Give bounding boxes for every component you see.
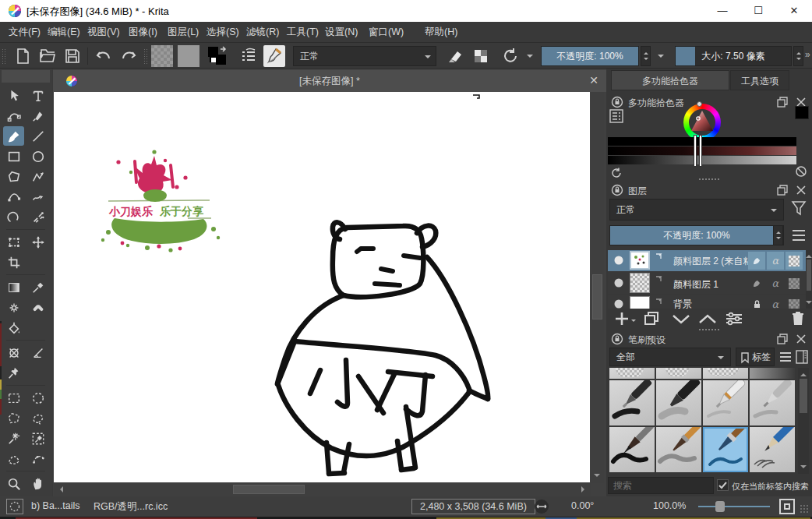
tool-polygon-select[interactable] (3, 408, 24, 428)
layers-scrollbar[interactable] (806, 250, 812, 309)
canvas-hscroll-thumb[interactable] (233, 485, 305, 494)
brushes-docker-lock-icon[interactable] (611, 333, 623, 345)
canvas-vscrollbar[interactable] (591, 92, 604, 483)
open-document-button[interactable] (37, 46, 58, 66)
brush-scrollbar[interactable] (798, 368, 809, 474)
layer2-visibility-icon[interactable] (613, 277, 625, 288)
layer3-thumbnail[interactable] (630, 296, 650, 309)
preserve-alpha-button[interactable] (471, 46, 491, 66)
tool-select-by-color[interactable] (27, 429, 48, 448)
docker-tab-advanced-color[interactable]: 多功能拾色器 (611, 70, 729, 90)
layer3-lock-icon[interactable] (748, 295, 765, 309)
layers-docker-close-icon[interactable] (795, 184, 807, 196)
brush-preset-b1[interactable] (609, 380, 655, 425)
subwindow-close-icon[interactable]: ✕ (589, 74, 598, 86)
no-color-icon[interactable] (795, 165, 807, 178)
selection-display-button[interactable] (6, 499, 23, 514)
search-tag-checkbox[interactable] (717, 479, 729, 491)
brush-preset-c2[interactable] (656, 427, 701, 472)
canvas-vscroll-thumb[interactable] (592, 274, 602, 320)
layer2-thumbnail[interactable] (630, 273, 650, 293)
layer-filter-icon[interactable] (790, 199, 807, 218)
tool-polygon[interactable] (3, 167, 24, 186)
new-document-button[interactable] (12, 46, 33, 66)
brush-filter-dropdown[interactable]: 全部 (609, 348, 731, 366)
tool-bezier-select[interactable] (3, 449, 24, 468)
tool-pattern-edit[interactable] (3, 298, 24, 317)
redo-button[interactable] (118, 46, 139, 66)
status-rotation-angle[interactable]: 0.00° (571, 500, 594, 511)
layer1-inherit-alpha-icon[interactable] (748, 252, 765, 270)
tool-transform[interactable] (3, 232, 24, 252)
minimize-button[interactable]: — (704, 0, 740, 22)
tool-ellipse-select[interactable] (27, 388, 48, 408)
brush-view-menu-icon[interactable] (778, 349, 793, 365)
size-slider[interactable]: 大小: 7.50 像素 (675, 46, 792, 66)
tool-magnetic-select[interactable] (27, 449, 48, 468)
tool-gradient[interactable] (3, 277, 24, 297)
status-color-profile[interactable]: RGB/透明...rc.icc (94, 500, 168, 514)
foreground-background-colors[interactable] (206, 44, 229, 68)
canvas-rotation-icon[interactable] (533, 498, 550, 515)
opacity-slider[interactable]: 不透明度: 100% (541, 46, 639, 66)
gradient-strip-1[interactable] (608, 137, 796, 146)
brush-preset-b4[interactable] (750, 380, 795, 425)
tool-similar-select[interactable] (3, 429, 24, 448)
status-brush-info[interactable]: b) Ba...tails (31, 500, 80, 511)
brush-preset-b2[interactable] (656, 380, 701, 425)
gradient-handle-1[interactable] (694, 136, 696, 166)
tool-freehand-select[interactable] (27, 408, 48, 428)
resize-grip[interactable] (800, 504, 809, 514)
delete-layer-button[interactable] (789, 310, 807, 327)
menu-view[interactable]: 视图(V) (80, 22, 127, 43)
tool-smart-patch[interactable] (27, 298, 48, 317)
maximize-button[interactable]: ☐ (740, 0, 776, 22)
layer2-alpha-lock-icon[interactable]: α (767, 274, 784, 292)
brush-preset-b3[interactable] (703, 380, 748, 425)
menu-help[interactable]: 帮助(H) (418, 22, 464, 43)
tool-calligraphy[interactable] (27, 106, 48, 125)
canvas-hscroll-right-arrow[interactable] (581, 486, 588, 493)
layer3-visibility-icon[interactable] (613, 298, 625, 309)
toolbar-grip[interactable] (2, 48, 6, 64)
brush-preset-c3-selected[interactable] (703, 427, 748, 472)
brush-search-input[interactable] (608, 477, 714, 494)
save-button[interactable] (62, 46, 83, 66)
tool-assistants[interactable] (3, 363, 24, 383)
layer2-inherit-alpha-icon[interactable] (748, 274, 765, 292)
color-docker-lock-icon[interactable] (611, 96, 623, 108)
tool-measure[interactable] (27, 343, 48, 362)
brushes-docker-float-icon[interactable] (776, 333, 789, 345)
add-layer-dropdown-arrow[interactable] (631, 320, 636, 324)
menu-settings[interactable]: 设置(N) (318, 22, 365, 43)
gradient-chooser-button[interactable] (151, 45, 173, 67)
layers-docker-float-icon[interactable] (776, 184, 789, 196)
layer-blending-mode-dropdown[interactable]: 正常 (609, 199, 784, 221)
opacity-spinner[interactable] (641, 46, 651, 66)
brush-preset-a4[interactable] (750, 368, 795, 379)
docker-resize-handle-1[interactable] (698, 178, 720, 181)
tool-ellipse[interactable] (27, 147, 48, 166)
toolbar-grip2[interactable] (143, 48, 148, 64)
tool-enclose-fill[interactable] (3, 343, 24, 362)
tool-freehand-path[interactable] (27, 187, 48, 207)
status-zoom-level[interactable]: 100.0% (653, 500, 686, 511)
toolbar-overflow[interactable]: » (805, 49, 810, 60)
tool-select-shapes[interactable] (3, 86, 24, 105)
tool-color-picker[interactable] (27, 277, 48, 297)
docker-tab-tool-options[interactable]: 工具选项 (730, 70, 789, 90)
move-layer-up-button[interactable] (697, 310, 718, 327)
canvas-hscroll-left-arrow[interactable] (57, 486, 63, 493)
brush-preset-c1[interactable] (609, 427, 655, 472)
opacity-dropdown-arrow[interactable] (658, 55, 664, 61)
add-layer-button[interactable] (613, 310, 631, 327)
hue-ring-indicator[interactable] (697, 101, 702, 107)
pattern-chooser-button[interactable] (178, 45, 199, 67)
brush-preset-a3[interactable] (703, 368, 748, 379)
duplicate-layer-button[interactable] (642, 310, 661, 327)
menu-image[interactable]: 图像(I) (122, 22, 164, 43)
brush-tags-button[interactable]: 标签 (736, 348, 775, 366)
tool-move[interactable] (27, 232, 48, 252)
brush-option-button[interactable] (238, 46, 259, 66)
layer3-alpha-lock-icon[interactable]: α (767, 295, 784, 309)
